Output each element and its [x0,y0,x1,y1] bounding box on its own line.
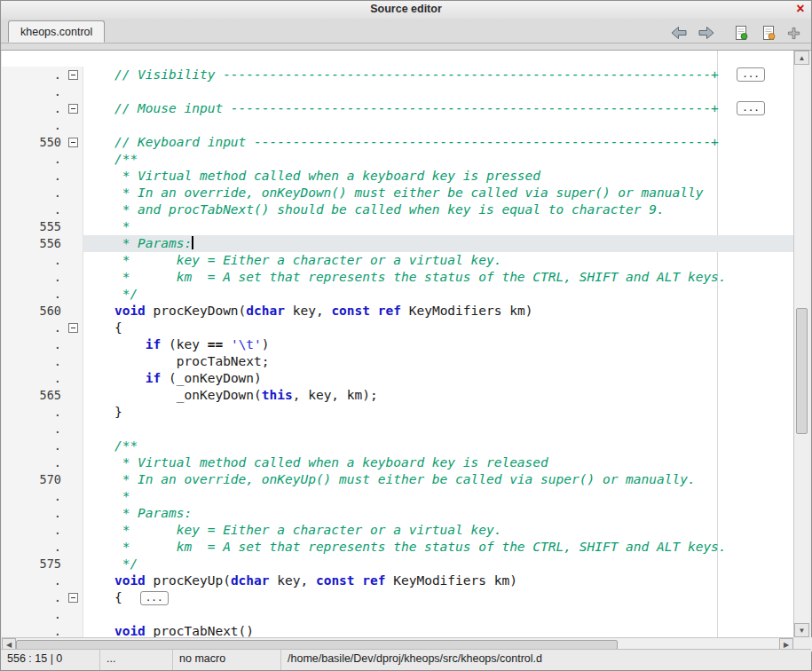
text-caret [192,236,193,249]
fold-column [64,185,83,201]
editor-viewport[interactable]: . // Visibility ------------------------… [2,51,793,637]
code-text[interactable]: * [83,488,793,505]
code-text[interactable] [83,606,793,623]
token-kw: if [146,371,161,385]
code-text[interactable]: * Params: [83,235,793,252]
token-pl [83,169,114,183]
code-line: . * and procTabNext() should be called w… [2,201,793,218]
code-text[interactable]: } [83,404,793,421]
code-text[interactable]: * km = A set that represents the status … [83,539,793,556]
code-text[interactable] [83,421,793,438]
fold-column [64,134,83,151]
code-text[interactable]: if (key == '\t') [83,336,793,353]
vertical-scrollbar[interactable]: ▲ ▼ [793,51,809,637]
code-text[interactable]: * In an override, onKeyDown() must eithe… [83,185,793,201]
fold-column [64,370,83,387]
vertical-scrollbar-thumb[interactable] [796,308,808,434]
code-text[interactable] [83,117,793,134]
token-pl [83,101,114,115]
close-button[interactable]: × [792,1,808,18]
code-text[interactable]: * Virtual method called when a keyboard … [83,168,793,185]
fold-column [64,404,83,421]
detach-split-button[interactable] [786,24,800,42]
code-line: . */ [2,286,793,303]
tab-kheops-control[interactable]: kheops.control [8,20,105,43]
code-text[interactable]: _onKeyDown(this, key, km); [83,387,793,404]
token-pl: KeyModifiers km) [401,304,532,318]
line-number: . [2,572,64,589]
folded-code-box[interactable]: ... [737,101,765,115]
folded-code-box[interactable]: ... [737,67,765,82]
fold-marker[interactable] [68,138,78,147]
code-text[interactable]: * and procTabNext() should be called whe… [83,201,793,218]
fold-marker[interactable] [68,104,78,114]
token-cmt: */ [114,557,138,571]
token-cmt: * Virtual method called when a keyboard … [114,169,540,183]
code-text[interactable]: {... [83,589,793,606]
code-line: . // Visibility ------------------------… [2,67,793,83]
line-number: 560 [2,303,64,320]
nav-back-button[interactable] [669,24,689,42]
fold-column [64,387,83,404]
code-text[interactable]: * In an override, onKeyUp() must either … [83,471,793,488]
code-line: . * Params: [2,505,793,522]
code-line: . * km = A set that represents the statu… [2,269,793,286]
code-text[interactable]: * key = Either a character or a virtual … [83,252,793,269]
line-number: . [2,117,64,134]
token-pl [83,135,114,149]
token-cmt: * [114,489,130,503]
code-text[interactable]: * km = A set that represents the status … [83,269,793,286]
fold-marker[interactable] [68,70,78,80]
code-text[interactable]: /** [83,438,793,454]
token-pl: { [83,590,122,604]
token-pl [83,624,114,637]
tab-strip: kheops.control [1,19,811,51]
token-cmt: * Params: [114,506,192,520]
title-bar: Source editor × [1,1,811,20]
code-text[interactable]: // Visibility --------------------------… [83,67,793,83]
fold-column [64,421,83,438]
code-text[interactable]: * Params: [83,505,793,522]
nav-forward-button[interactable] [697,24,716,42]
line-number: 556 [2,235,64,252]
token-cmt: * In an override, onKeyDown() must eithe… [114,186,703,200]
code-text[interactable]: */ [83,286,793,303]
line-number: . [2,404,64,421]
fold-column [64,471,83,488]
token-cmt: * Params: [114,236,192,250]
code-line: . void procTabNext() [2,623,793,637]
code-text[interactable]: * [83,218,793,235]
fold-marker[interactable] [68,323,78,333]
code-line: 555 * [2,218,793,235]
code-text[interactable]: * key = Either a character or a virtual … [83,522,793,539]
code-text[interactable]: */ [83,556,793,572]
line-number: . [2,151,64,168]
fold-marker[interactable] [68,593,78,603]
token-pl [83,270,114,284]
code-text[interactable]: void procKeyUp(dchar key, const ref KeyM… [83,572,793,589]
code-text[interactable]: // Mouse input -------------------------… [83,100,793,117]
line-number: . [2,438,64,454]
code-line: . if (key == '\t') [2,336,793,353]
code-text[interactable]: if (_onKeyDown) [83,370,793,387]
code-text[interactable] [83,83,793,100]
scroll-down-button[interactable]: ▼ [794,623,809,637]
token-cmt: * km = A set that represents the status … [114,540,727,554]
token-pl [83,304,114,318]
line-number: . [2,454,64,471]
code-text[interactable]: procTabNext; [83,353,793,370]
code-text[interactable]: /** [83,151,793,168]
token-pl [83,152,114,166]
token-cmt: * [114,219,130,233]
code-line: . { [2,320,793,336]
save-document-button[interactable] [759,24,778,42]
code-text[interactable]: * Virtual method called when a keyboard … [83,454,793,471]
code-text[interactable]: { [83,320,793,336]
code-text[interactable]: void procTabNext() [83,623,793,637]
folded-code-box[interactable]: ... [140,591,169,605]
code-text[interactable]: void procKeyDown(dchar key, const ref Ke… [83,303,793,320]
scroll-up-button[interactable]: ▲ [794,51,809,65]
code-line: . /** [2,151,793,168]
new-document-button[interactable] [731,24,751,42]
code-text[interactable]: // Keyboard input ----------------------… [83,134,793,151]
